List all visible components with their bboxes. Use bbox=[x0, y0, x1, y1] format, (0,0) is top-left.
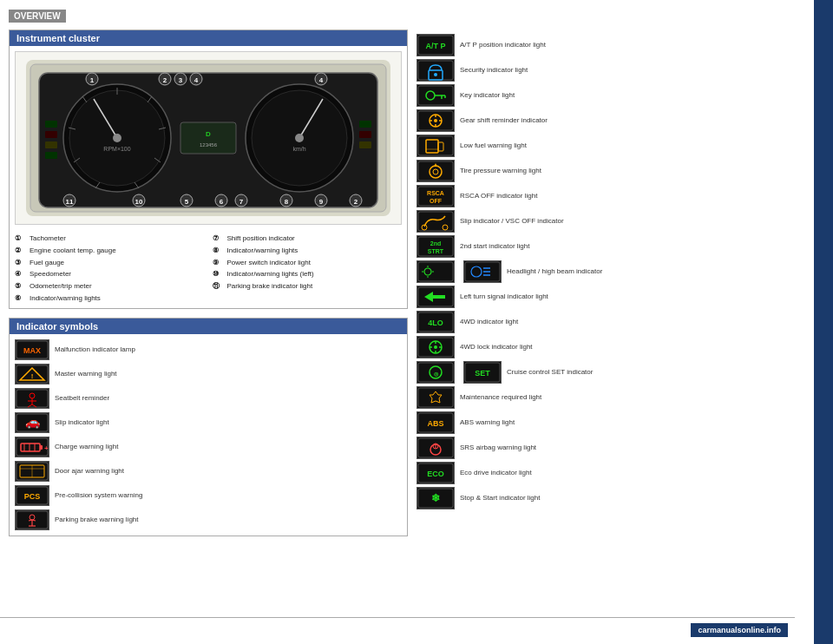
cluster-labels: ①Tachometer ②Engine coolant temp. gauge … bbox=[10, 230, 407, 308]
svg-text:7: 7 bbox=[239, 198, 244, 206]
svg-text:RPM×100: RPM×100 bbox=[103, 146, 130, 152]
cluster-svg: RPM×100 bbox=[26, 60, 390, 216]
svg-text:D: D bbox=[206, 130, 211, 138]
pcs-desc: Pre-collision system warning bbox=[55, 491, 142, 500]
abs-desc: ABS warning light bbox=[460, 418, 515, 427]
indicator-row-pcs: PCS Pre-collision system warning bbox=[15, 485, 402, 506]
svg-point-24 bbox=[295, 134, 304, 142]
left-indicators-grid: MAX Malfunction indicator lamp ! Master … bbox=[10, 334, 407, 536]
right-row-atp: A/T P A/T P position indicator light bbox=[416, 34, 805, 56]
rsca-desc: RSCA OFF indicator light bbox=[460, 192, 537, 200]
right-row-maint: Maintenance required light bbox=[416, 386, 805, 409]
warning-icon: ! bbox=[15, 364, 49, 384]
svg-text:OFF: OFF bbox=[430, 198, 443, 204]
atp-desc: A/T P position indicator light bbox=[460, 41, 546, 49]
headlight-desc: Headlight / high beam indicator bbox=[507, 267, 602, 276]
svg-text:2: 2 bbox=[354, 198, 358, 206]
svg-text:11: 11 bbox=[66, 198, 74, 206]
security-desc: Security indicator light bbox=[460, 66, 528, 75]
indicator-row-door: Door ajar warning light bbox=[15, 461, 402, 482]
right-row-turn-left: Left turn signal indicator light bbox=[416, 286, 805, 308]
headlight-icon bbox=[416, 260, 455, 283]
brake-icon bbox=[15, 509, 49, 530]
right-row-rsca: RSCAOFF RSCA OFF indicator light bbox=[416, 185, 805, 207]
svg-text:+: + bbox=[44, 444, 49, 452]
tire-desc: Tire pressure warning light bbox=[460, 167, 541, 175]
door-desc: Door ajar warning light bbox=[55, 467, 124, 476]
2ndstart-desc: 2nd start indicator light bbox=[460, 242, 530, 251]
svg-text:❄: ❄ bbox=[431, 492, 440, 504]
door-icon bbox=[15, 461, 49, 482]
svg-text:2: 2 bbox=[163, 76, 167, 84]
svg-rect-130 bbox=[465, 262, 500, 281]
svg-rect-28 bbox=[45, 152, 57, 159]
svg-text:4LO: 4LO bbox=[428, 319, 443, 327]
right-row-stopstart: ❄ Stop & Start indicator light bbox=[416, 487, 805, 509]
svg-rect-29 bbox=[359, 121, 371, 128]
svg-text:!: ! bbox=[31, 372, 34, 380]
cluster-diagram: RPM×100 bbox=[15, 51, 402, 225]
svg-text:STRT: STRT bbox=[428, 248, 444, 254]
right-row-fuel: Low fuel warning light bbox=[416, 135, 805, 157]
svg-point-102 bbox=[434, 119, 437, 122]
right-row-cruise: ◎ SET Cruise control SET indicator bbox=[416, 361, 805, 384]
pcs-icon: PCS bbox=[15, 485, 49, 506]
right-row-eco: ECO Eco drive indicator light bbox=[416, 462, 805, 484]
indicator-row-max: MAX Malfunction indicator lamp bbox=[15, 339, 402, 360]
svg-text:km/h: km/h bbox=[292, 146, 305, 152]
right-row-security: Security indicator light bbox=[416, 59, 805, 82]
right-indicators: A/T P A/T P position indicator light Sec… bbox=[416, 34, 805, 509]
svg-text:3: 3 bbox=[179, 76, 183, 84]
indicator-row-slip: 🚗 Slip indicator light bbox=[15, 412, 402, 433]
right-row-4wd: 4WD lock indicator light bbox=[416, 336, 805, 358]
fuel-icon bbox=[416, 135, 455, 157]
atp-icon: A/T P bbox=[416, 34, 455, 56]
maint-desc: Maintenance required light bbox=[460, 393, 541, 402]
cruise-icon: ◎ bbox=[416, 361, 455, 384]
svg-text:A/T P: A/T P bbox=[425, 42, 445, 50]
tire-icon bbox=[416, 160, 455, 182]
right-row-key: Key indicator light bbox=[416, 84, 805, 107]
svg-text:ECO: ECO bbox=[427, 470, 444, 478]
svg-point-141 bbox=[434, 345, 437, 349]
turn-left-desc: Left turn signal indicator light bbox=[460, 292, 548, 301]
stopstart-icon: ❄ bbox=[416, 487, 455, 509]
slip-desc: Slip indicator light bbox=[55, 418, 109, 427]
eco-desc: Eco drive indicator light bbox=[460, 469, 532, 477]
gear-desc: Gear shift reminder indicator bbox=[460, 116, 548, 125]
page-header: OVERVIEW bbox=[9, 10, 66, 23]
svg-point-94 bbox=[434, 73, 437, 76]
battery-icon: + bbox=[15, 437, 49, 457]
right-row-2ndstart: 2ndSTRT 2nd start indicator light bbox=[416, 235, 805, 258]
battery-desc: Charge warning light bbox=[55, 443, 118, 451]
turn-left-icon bbox=[416, 286, 455, 308]
svg-rect-26 bbox=[45, 131, 57, 138]
watermark: carmanualsonline.info bbox=[691, 623, 788, 637]
instrument-cluster-title: Instrument cluster bbox=[10, 30, 407, 46]
fuel-desc: Low fuel warning light bbox=[460, 141, 527, 150]
4lo-icon: 4LO bbox=[416, 311, 455, 333]
right-row-abs: ABS ABS warning light bbox=[416, 411, 805, 434]
security-icon bbox=[416, 59, 455, 82]
svg-text:123456: 123456 bbox=[200, 142, 218, 148]
seatbelt-desc: Seatbelt reminder bbox=[55, 394, 109, 403]
svg-rect-73 bbox=[40, 445, 43, 450]
abs-icon: ABS bbox=[416, 411, 455, 434]
warning-desc: Master warning light bbox=[55, 370, 117, 378]
right-row-4lo: 4LO 4WD indicator light bbox=[416, 311, 805, 333]
svg-rect-27 bbox=[45, 141, 57, 148]
svg-rect-25 bbox=[45, 121, 57, 128]
svg-text:PCS: PCS bbox=[24, 492, 41, 501]
seatbelt-icon bbox=[15, 388, 49, 409]
airbag-icon bbox=[416, 437, 455, 459]
right-row-headlight: Headlight / high beam indicator bbox=[416, 260, 805, 283]
svg-rect-30 bbox=[359, 131, 371, 138]
svg-text:9: 9 bbox=[319, 198, 324, 206]
svg-text:🚗: 🚗 bbox=[25, 415, 41, 430]
indicator-row-seatbelt: Seatbelt reminder bbox=[15, 388, 402, 409]
4wd-icon bbox=[416, 336, 455, 358]
svg-text:SET: SET bbox=[475, 369, 490, 378]
rsca-icon: RSCAOFF bbox=[416, 185, 455, 207]
svg-text:RSCA: RSCA bbox=[427, 190, 444, 196]
key-desc: Key indicator light bbox=[460, 91, 515, 100]
